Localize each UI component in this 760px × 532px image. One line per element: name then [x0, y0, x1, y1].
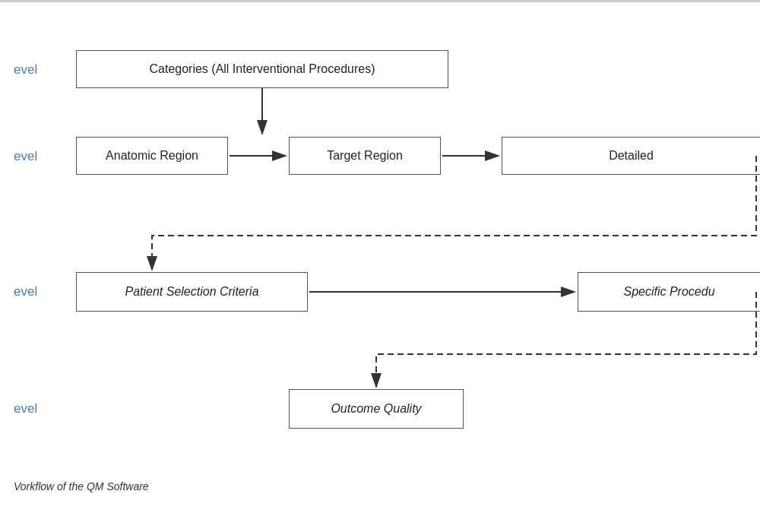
box-patient-selection: Patient Selection Criteria	[76, 272, 308, 312]
level-label-4: evel	[14, 401, 37, 416]
box-outcome-quality: Outcome Quality	[289, 389, 464, 429]
level-label-1: evel	[14, 62, 37, 78]
diagram-container: evel evel evel evel Categories (All Inte…	[0, 0, 760, 532]
box-specific-procedure: Specific Procedu	[578, 272, 760, 312]
box-anatomic: Anatomic Region	[76, 137, 228, 175]
box-target: Target Region	[289, 137, 441, 175]
level-label-2: evel	[14, 149, 37, 164]
box-categories: Categories (All Interventional Procedure…	[76, 50, 448, 88]
level-label-3: evel	[14, 284, 37, 299]
box-detailed: Detailed	[502, 137, 760, 175]
diagram-caption: Vorkflow of the QM Software	[14, 480, 149, 492]
top-border	[0, 0, 760, 2]
